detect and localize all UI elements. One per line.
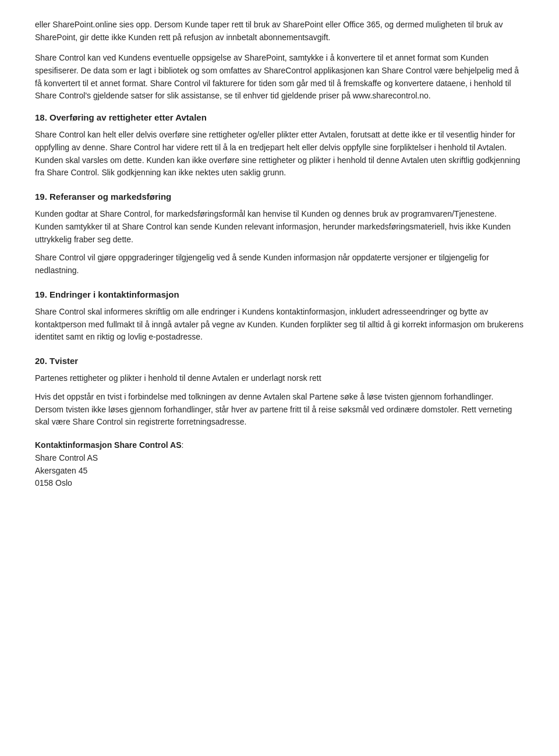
intro-paragraph-2: Share Control kan ved Kundens eventuelle…: [35, 52, 524, 103]
contact-colon: :: [182, 440, 184, 450]
contact-line2: Akersgaten 45: [35, 465, 524, 478]
section-19b: 19. Endringer i kontaktinformasjon Share…: [35, 288, 524, 344]
section-20-para2: Hvis det oppstår en tvist i forbindelse …: [35, 391, 524, 429]
contact-line1: Share Control AS: [35, 452, 524, 465]
contact-block: Kontaktinformasjon Share Control AS: Sha…: [35, 439, 524, 490]
section-19a: 19. Referanser og markedsføring Kunden g…: [35, 190, 524, 277]
section-19b-para1: Share Control skal informeres skriftlig …: [35, 306, 524, 344]
section-20-para1: Partenes rettigheter og plikter i henhol…: [35, 372, 524, 385]
section-18-heading: 18. Overføring av rettigheter etter Avta…: [35, 111, 524, 124]
section-19a-para1: Kunden godtar at Share Control, for mark…: [35, 208, 524, 246]
section-20-heading: 20. Tvister: [35, 354, 524, 368]
section-20: 20. Tvister Partenes rettigheter og plik…: [35, 354, 524, 429]
section-18: 18. Overføring av rettigheter etter Avta…: [35, 111, 524, 179]
section-18-para1: Share Control kan helt eller delvis over…: [35, 129, 524, 179]
contact-label: Kontaktinformasjon Share Control AS: [35, 440, 182, 450]
section-19b-heading: 19. Endringer i kontaktinformasjon: [35, 288, 524, 301]
intro-paragraph-1: eller SharePoint.online sies opp. Dersom…: [35, 19, 524, 44]
section-19a-para2: Share Control vil gjøre oppgraderinger t…: [35, 252, 524, 277]
contact-line3: 0158 Oslo: [35, 477, 524, 490]
contact-label-line: Kontaktinformasjon Share Control AS:: [35, 439, 524, 452]
section-19a-heading: 19. Referanser og markedsføring: [35, 190, 524, 203]
